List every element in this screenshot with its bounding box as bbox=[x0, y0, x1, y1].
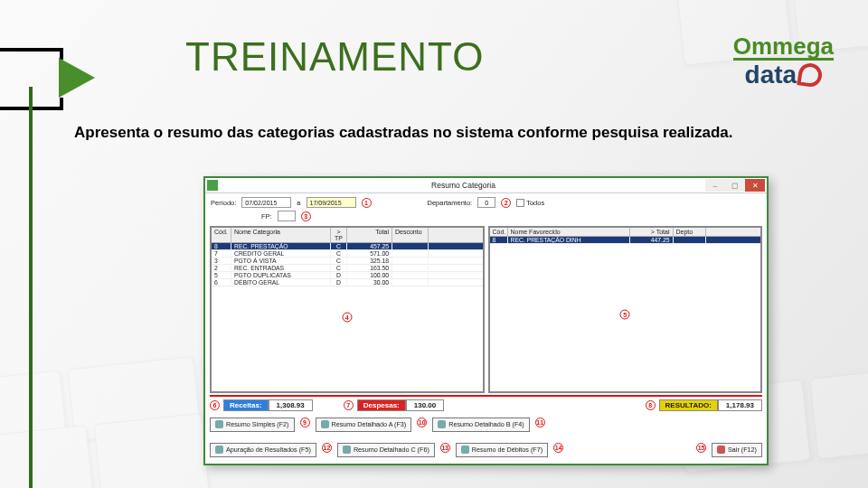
col-total: Total bbox=[347, 228, 392, 242]
todos-checkbox[interactable]: Todos bbox=[516, 199, 544, 207]
table-row[interactable]: 6DÉBITO GERALD30.00 bbox=[212, 279, 483, 286]
periodo-label: Período: bbox=[211, 199, 236, 207]
periodo-ate-input[interactable]: 17/09/2015 bbox=[307, 197, 356, 208]
filter-bar: Período: 07/02/2015 a 17/09/2015 1 Depar… bbox=[205, 193, 767, 226]
right-grid-body[interactable]: 8REC. PRESTAÇÃO DINH447.25 5 bbox=[490, 237, 761, 391]
table-row[interactable]: 7CRÉDITO GERALC571.00 bbox=[212, 250, 483, 258]
minimize-button[interactable]: – bbox=[705, 179, 725, 192]
app-icon bbox=[207, 180, 218, 191]
table-row[interactable]: 8REC. PRESTAÇÃOC457.25 bbox=[212, 243, 483, 250]
callout-4: 4 bbox=[342, 313, 352, 323]
col-nome: Nome Categoria bbox=[231, 228, 331, 242]
table-row[interactable]: 5PGTO DUPLICATASD100.00 bbox=[212, 272, 483, 279]
callout-8: 8 bbox=[646, 400, 656, 410]
arrow-icon bbox=[59, 58, 95, 98]
totals-bar: 6 Receitas: 1,308.93 7 Despesas: 130.00 … bbox=[205, 397, 767, 414]
fp-input[interactable] bbox=[278, 211, 296, 221]
col-nome: Nome Favorecido bbox=[508, 228, 630, 236]
slide: TREINAMENTO Ommega data Apresenta o resu… bbox=[0, 0, 868, 488]
receitas-value: 1,308.93 bbox=[269, 399, 313, 411]
app-window: Resumo Categoria – ▢ ✕ Período: 07/02/20… bbox=[203, 176, 769, 465]
col-desconto: Desconto bbox=[392, 228, 429, 242]
report-icon bbox=[215, 420, 223, 428]
report-icon bbox=[438, 420, 446, 428]
left-grid[interactable]: Cód. Nome Categoria > TP Total Desconto … bbox=[210, 226, 485, 393]
todos-label: Todos bbox=[526, 199, 544, 207]
resumo-simples-button[interactable]: Resumo Simples (F2) bbox=[210, 418, 295, 432]
despesas-value: 130.00 bbox=[406, 399, 444, 411]
callout-1: 1 bbox=[362, 198, 372, 208]
callout-9: 9 bbox=[300, 418, 310, 427]
exit-icon bbox=[717, 446, 725, 454]
col-cod: Cód. bbox=[212, 228, 231, 242]
callout-14: 14 bbox=[553, 443, 563, 453]
report-icon bbox=[461, 446, 469, 454]
left-grid-body[interactable]: 8REC. PRESTAÇÃOC457.25 7CRÉDITO GERALC57… bbox=[212, 243, 483, 391]
page-title: TREINAMENTO bbox=[185, 34, 484, 80]
omega-icon bbox=[797, 62, 823, 89]
departamento-input[interactable]: 0 bbox=[477, 197, 495, 208]
col-total: > Total bbox=[630, 228, 674, 236]
vertical-rule bbox=[29, 87, 33, 488]
logo-text-bottom: data bbox=[733, 61, 834, 89]
apuracao-resultados-button[interactable]: Apuração de Resultados (F5) bbox=[210, 443, 316, 457]
receitas-label: Receitas: bbox=[223, 399, 269, 411]
callout-3: 3 bbox=[301, 211, 311, 221]
maximize-button[interactable]: ▢ bbox=[725, 179, 745, 192]
despesas-label: Despesas: bbox=[357, 399, 406, 411]
callout-2: 2 bbox=[501, 198, 511, 208]
table-row[interactable]: 8REC. PRESTAÇÃO DINH447.25 bbox=[490, 237, 761, 244]
sair-button[interactable]: Sair (F12) bbox=[712, 443, 762, 457]
report-icon bbox=[215, 446, 223, 454]
periodo-de-input[interactable]: 07/02/2015 bbox=[241, 197, 291, 208]
departamento-label: Departamento: bbox=[428, 199, 473, 207]
col-cod: Cód. bbox=[490, 228, 508, 236]
callout-11: 11 bbox=[535, 418, 545, 427]
report-icon bbox=[343, 446, 351, 454]
table-row[interactable]: 2REC. ENTRADASC163.50 bbox=[212, 265, 483, 272]
a-label: a bbox=[297, 199, 300, 207]
fp-label: FP: bbox=[261, 212, 272, 221]
total-receitas: Receitas: 1,308.93 bbox=[223, 399, 313, 411]
report-icon bbox=[321, 420, 329, 428]
brand-logo: Ommega data bbox=[733, 36, 834, 89]
callout-10: 10 bbox=[417, 418, 427, 427]
right-grid-header: Cód. Nome Favorecido > Total Depto bbox=[490, 228, 761, 237]
callout-13: 13 bbox=[440, 443, 450, 453]
resumo-detalhado-b-button[interactable]: Resumo Detalhado B (F4) bbox=[432, 418, 530, 432]
close-button[interactable]: ✕ bbox=[745, 179, 765, 192]
logo-text-top: Ommega bbox=[733, 36, 834, 61]
callout-5: 5 bbox=[620, 309, 630, 319]
table-row[interactable]: 3PGTO À VISTAC325.18 bbox=[212, 258, 483, 265]
callout-6: 6 bbox=[210, 400, 220, 410]
col-tp: > TP bbox=[331, 228, 347, 242]
right-grid[interactable]: Cód. Nome Favorecido > Total Depto 8REC.… bbox=[488, 226, 763, 393]
callout-12: 12 bbox=[322, 443, 332, 453]
resumo-debitos-button[interactable]: Resumo de Débitos (F7) bbox=[456, 443, 548, 457]
resultado-value: 1,178.93 bbox=[718, 399, 762, 411]
resumo-detalhado-c-button[interactable]: Resumo Detalhado C (F6) bbox=[337, 443, 435, 457]
callout-7: 7 bbox=[344, 400, 354, 410]
resultado-label: RESULTADO: bbox=[659, 399, 718, 411]
total-resultado: RESULTADO: 1,178.93 bbox=[659, 399, 762, 411]
total-despesas: Despesas: 130.00 bbox=[357, 399, 445, 411]
window-title: Resumo Categoria bbox=[222, 181, 705, 190]
col-depto: Depto bbox=[674, 228, 706, 236]
left-grid-header: Cód. Nome Categoria > TP Total Desconto bbox=[212, 228, 483, 243]
body-paragraph: Apresenta o resumo das categorias cadast… bbox=[74, 117, 832, 148]
window-titlebar[interactable]: Resumo Categoria – ▢ ✕ bbox=[205, 178, 767, 193]
resumo-detalhado-a-button[interactable]: Resumo Detalhado A (F3) bbox=[316, 418, 412, 432]
logo-word: data bbox=[745, 61, 797, 89]
button-bar: Resumo Simples (F2) 9 Resumo Detalhado A… bbox=[205, 414, 767, 463]
callout-15: 15 bbox=[696, 443, 706, 453]
